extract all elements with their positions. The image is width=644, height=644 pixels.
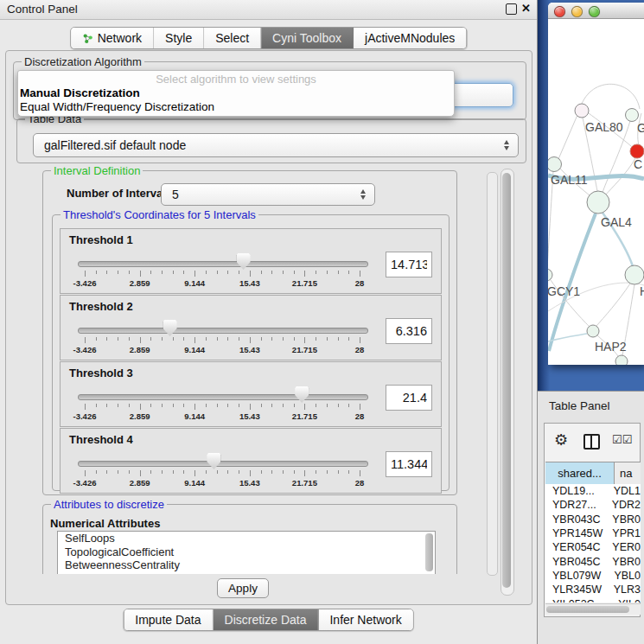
- list-scrollbar[interactable]: [425, 533, 433, 571]
- cell-shared-name[interactable]: YIL052C: [545, 598, 613, 603]
- table-row[interactable]: YBR045CYBR0: [545, 554, 641, 568]
- network-canvas[interactable]: GAL80GACGAL11GAL4GCY1HHAP2: [548, 18, 644, 365]
- table-row[interactable]: YPR145WYPR1: [545, 526, 641, 540]
- network-node[interactable]: [587, 325, 599, 337]
- numerical-attributes-list[interactable]: SelfLoopsTopologicalCoefficientBetweenne…: [57, 531, 436, 574]
- slider-scale-label: -3.426: [73, 478, 97, 488]
- inner-scrollbar-track[interactable]: [487, 172, 498, 576]
- column-split-icon[interactable]: [583, 434, 600, 450]
- network-node[interactable]: [575, 104, 589, 118]
- table-horizontal-scrollbar[interactable]: [545, 603, 641, 615]
- attribute-list-item[interactable]: SelfLoops: [58, 532, 435, 545]
- number-of-intervals-combobox[interactable]: 5: [161, 183, 375, 206]
- slider-thumb[interactable]: [163, 320, 177, 336]
- cell-shared-name[interactable]: YLR345W: [545, 583, 609, 596]
- cell-shared-name[interactable]: YBR045C: [545, 556, 607, 568]
- close-traffic-light-icon[interactable]: [554, 6, 565, 17]
- zoom-traffic-light-icon[interactable]: [589, 6, 600, 17]
- cell-shared-name[interactable]: YER054C: [545, 541, 607, 553]
- float-window-icon[interactable]: [506, 3, 517, 15]
- tab-discretize-data[interactable]: Discretize Data: [214, 609, 319, 630]
- table-data-combobox[interactable]: galFiltered.sif default node: [33, 133, 519, 157]
- tab-infer-network[interactable]: Infer Network: [318, 609, 412, 630]
- table-row[interactable]: YBL079WYBL0: [545, 569, 641, 583]
- slider-tick: [217, 271, 218, 274]
- slider-track[interactable]: [78, 394, 368, 400]
- group-title: Attributes to discretize: [51, 498, 167, 511]
- attribute-list-item[interactable]: TopologicalCoefficient: [58, 545, 435, 559]
- slider-tick: [304, 337, 305, 343]
- network-node[interactable]: [548, 269, 552, 281]
- slider-thumb[interactable]: [237, 253, 251, 270]
- algorithm-option[interactable]: Manual Discretization: [18, 86, 454, 100]
- cell-name[interactable]: YPR1: [607, 527, 641, 539]
- threshold-value-field[interactable]: [386, 451, 432, 477]
- slider-tick: [140, 337, 141, 343]
- table-row[interactable]: YIL052CYIL0: [545, 596, 641, 603]
- select-columns-icon[interactable]: ☑☑: [612, 433, 632, 446]
- slider-tick: [316, 271, 316, 274]
- cell-name[interactable]: YBL0: [609, 570, 641, 582]
- network-node[interactable]: [630, 144, 644, 158]
- cell-name[interactable]: YDL1: [609, 485, 641, 497]
- slider-scale-label: 28: [355, 478, 365, 488]
- cell-shared-name[interactable]: YPR145W: [545, 527, 607, 539]
- tab-cyni-toolbox[interactable]: Cyni Toolbox: [261, 28, 354, 48]
- cell-name[interactable]: YLR3: [609, 583, 641, 596]
- group-title: Threshold's Coordinates for 5 Intervals: [61, 208, 258, 221]
- close-icon[interactable]: ✕: [521, 2, 531, 15]
- slider-track[interactable]: [78, 261, 368, 267]
- attribute-list-item[interactable]: BetweennessCentrality: [58, 558, 435, 572]
- network-node[interactable]: [625, 265, 644, 284]
- slider-track[interactable]: [78, 328, 368, 334]
- settings-gear-icon[interactable]: ⚙: [554, 430, 568, 449]
- network-node[interactable]: [587, 191, 609, 214]
- cell-shared-name[interactable]: YBL079W: [545, 570, 609, 582]
- network-node[interactable]: [548, 157, 562, 172]
- threshold-value-field[interactable]: [386, 252, 432, 277]
- network-node[interactable]: [615, 355, 628, 365]
- table-row[interactable]: YER054CYER0: [545, 540, 641, 554]
- algorithm-prompt-item[interactable]: Select algorithm to view settings: [18, 72, 454, 86]
- scrollbar-thumb[interactable]: [546, 606, 629, 613]
- network-edge[interactable]: [558, 115, 577, 159]
- cell-shared-name[interactable]: YDR27...: [545, 499, 607, 511]
- cell-name[interactable]: YIL0: [613, 598, 641, 603]
- slider-tick: [227, 337, 228, 341]
- cell-name[interactable]: YBR0: [607, 513, 641, 526]
- network-node-label: H: [640, 284, 644, 298]
- table-row[interactable]: YLR345WYLR3: [545, 583, 641, 596]
- tab-network[interactable]: Network: [71, 28, 154, 48]
- cell-shared-name[interactable]: YBR043C: [545, 513, 607, 526]
- panel-scrollbar[interactable]: [501, 169, 514, 596]
- network-node-label: GAL11: [551, 173, 588, 187]
- tab-select[interactable]: Select: [204, 28, 261, 48]
- tab-jactivemnodules[interactable]: jActiveMNodules: [354, 28, 466, 48]
- threshold-value-field[interactable]: [386, 385, 432, 411]
- network-edge[interactable]: [582, 84, 640, 109]
- cell-name[interactable]: YER0: [607, 541, 641, 553]
- table-row[interactable]: YBR043CYBR0: [545, 513, 641, 526]
- slider-tick: [239, 470, 239, 474]
- minimize-traffic-light-icon[interactable]: [571, 6, 583, 17]
- slider-tick: [206, 470, 207, 474]
- cell-name[interactable]: YBR0: [607, 556, 641, 568]
- algorithm-option[interactable]: Equal Width/Frequency Discretization: [18, 100, 454, 114]
- column-header-shared-name[interactable]: shared...: [545, 462, 615, 484]
- table-row[interactable]: YDL19...YDL1: [545, 484, 641, 498]
- slider-track[interactable]: [78, 461, 368, 467]
- tab-style[interactable]: Style: [154, 28, 204, 48]
- slider-thumb[interactable]: [207, 453, 220, 469]
- table-row[interactable]: YDR27...YDR2: [545, 498, 641, 512]
- network-node[interactable]: [626, 109, 639, 122]
- cell-name[interactable]: YDR2: [607, 499, 641, 511]
- tab-impute-data[interactable]: Impute Data: [124, 609, 213, 630]
- cell-shared-name[interactable]: YDL19...: [545, 485, 609, 497]
- apply-button[interactable]: Apply: [217, 578, 269, 598]
- column-header-name[interactable]: na: [615, 462, 641, 484]
- scrollbar-thumb[interactable]: [502, 173, 511, 588]
- network-edge[interactable]: [596, 284, 630, 326]
- slider-scale-label: 21.715: [292, 478, 317, 488]
- slider-thumb[interactable]: [295, 386, 309, 403]
- threshold-value-field[interactable]: [386, 318, 432, 344]
